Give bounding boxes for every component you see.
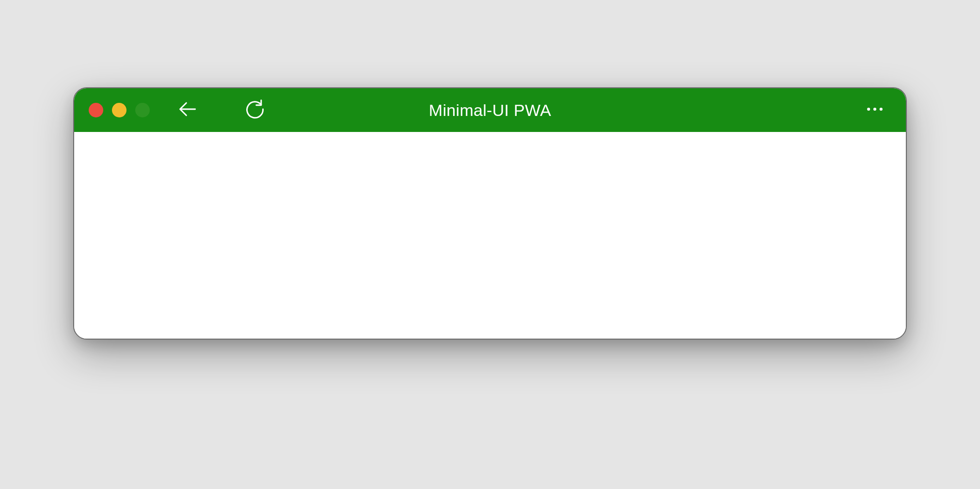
back-button[interactable] (176, 98, 200, 122)
close-button[interactable] (89, 103, 103, 117)
svg-point-3 (880, 108, 883, 111)
maximize-button[interactable] (135, 103, 150, 117)
window-title: Minimal-UI PWA (429, 101, 551, 120)
refresh-icon (244, 98, 266, 122)
more-button[interactable] (863, 98, 886, 122)
content-area (74, 132, 906, 339)
ellipsis-icon (864, 98, 885, 122)
reload-button[interactable] (243, 98, 267, 122)
minimize-button[interactable] (112, 103, 126, 117)
svg-point-1 (867, 108, 870, 111)
app-window: Minimal-UI PWA (73, 87, 907, 340)
traffic-lights (89, 103, 150, 117)
svg-point-2 (873, 108, 876, 111)
right-controls (863, 98, 886, 122)
nav-controls (176, 98, 267, 122)
titlebar: Minimal-UI PWA (74, 88, 906, 132)
arrow-left-icon (177, 98, 199, 122)
